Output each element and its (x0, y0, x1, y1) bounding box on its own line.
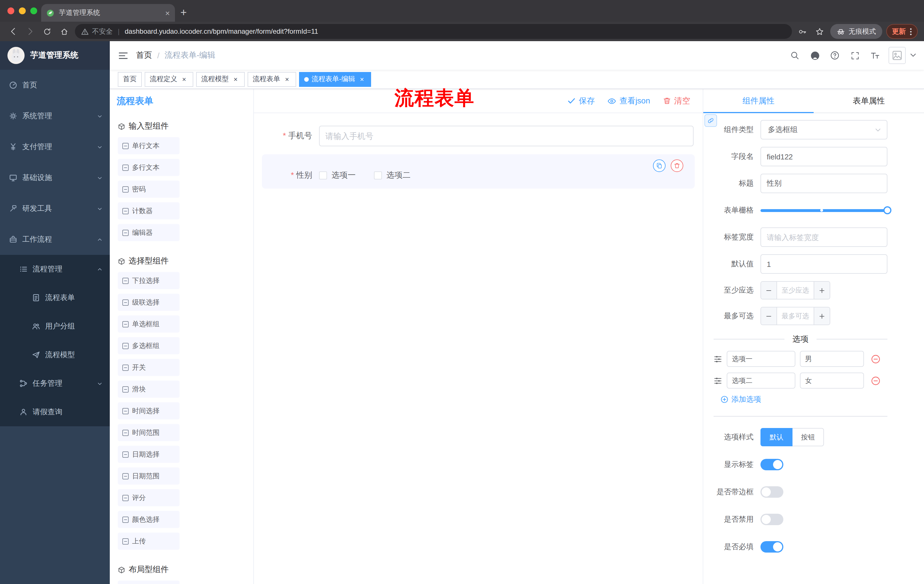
sidebar-item-process-management[interactable]: 流程管理 (0, 255, 110, 283)
view-json-button[interactable]: 查看json (607, 96, 650, 106)
close-icon[interactable]: × (180, 75, 188, 83)
password-key-icon[interactable] (796, 25, 809, 38)
clear-button[interactable]: 清空 (663, 96, 690, 106)
component-checkbox-group[interactable]: 多选框组 (118, 337, 180, 354)
font-size-icon[interactable] (866, 47, 883, 64)
close-tab-icon[interactable]: × (165, 9, 170, 17)
tag-process-form-edit[interactable]: 流程表单-编辑 × (299, 72, 371, 87)
checkbox-option-2[interactable]: 选项二 (374, 170, 411, 181)
caret-down-icon[interactable] (910, 53, 916, 58)
component-color-picker[interactable]: 颜色选择 (118, 511, 180, 528)
disabled-switch[interactable] (761, 514, 783, 525)
component-editor[interactable]: 编辑器 (118, 224, 180, 241)
component-date-range[interactable]: 日期范围 (118, 467, 180, 485)
sidebar-item-process-form[interactable]: 流程表单 (0, 283, 110, 312)
github-icon[interactable] (806, 47, 823, 64)
reload-button[interactable] (41, 25, 54, 38)
component-select[interactable]: 下拉选择 (118, 272, 180, 289)
add-option-button[interactable]: 添加选项 (721, 394, 888, 405)
option-style-button-button[interactable]: 按钮 (792, 428, 824, 446)
tag-process-definition[interactable]: 流程定义 × (145, 72, 193, 87)
form-grid-slider[interactable] (761, 201, 888, 220)
drag-handle-icon[interactable] (714, 376, 722, 385)
tag-process-model[interactable]: 流程模型 × (196, 72, 245, 87)
sidebar-item-workflow[interactable]: 工作流程 (0, 224, 110, 255)
option-style-default-button[interactable]: 默认 (761, 428, 792, 446)
field-name-input[interactable] (761, 147, 888, 166)
home-button[interactable] (58, 25, 71, 38)
remove-option-button[interactable] (871, 354, 881, 364)
sidebar-item-leave-query[interactable]: 请假查询 (0, 398, 110, 426)
close-window-button[interactable] (7, 7, 14, 14)
max-select-value[interactable]: 最多可选 (777, 308, 813, 324)
default-value-input[interactable] (761, 254, 888, 274)
increase-button[interactable] (813, 308, 830, 324)
fullscreen-icon[interactable] (846, 47, 863, 64)
close-icon[interactable]: × (231, 75, 239, 83)
minimize-window-button[interactable] (19, 7, 26, 14)
component-multi-line-text[interactable]: 多行文本 (118, 159, 180, 176)
component-single-line-text[interactable]: 单行文本 (118, 137, 180, 154)
tag-home[interactable]: 首页 (118, 72, 142, 87)
sidebar-item-user-group[interactable]: 用户分组 (0, 312, 110, 341)
tab-component-props[interactable]: 组件属性 (703, 89, 813, 113)
delete-component-button[interactable] (671, 160, 683, 172)
component-time-range[interactable]: 时间范围 (118, 424, 180, 441)
label-width-input[interactable] (761, 227, 888, 247)
min-select-value[interactable]: 至少应选 (777, 282, 813, 299)
forward-button[interactable] (23, 25, 36, 38)
close-icon[interactable]: × (358, 75, 366, 83)
component-type-select[interactable]: 多选框组 (761, 120, 888, 140)
required-switch[interactable] (761, 541, 783, 553)
back-button[interactable] (6, 25, 20, 38)
component-switch[interactable]: 开关 (118, 359, 180, 376)
option-value-input[interactable] (800, 373, 864, 388)
option-name-input[interactable] (727, 351, 795, 367)
show-label-switch[interactable] (761, 459, 783, 470)
decrease-button[interactable] (761, 308, 777, 324)
breadcrumb-home[interactable]: 首页 (136, 50, 152, 61)
slider-track[interactable] (761, 209, 888, 212)
help-icon[interactable] (826, 47, 843, 64)
search-icon[interactable] (786, 47, 804, 64)
option-value-input[interactable] (800, 351, 864, 367)
slider-handle[interactable] (883, 206, 891, 214)
sidebar-item-task-management[interactable]: 任务管理 (0, 369, 110, 398)
avatar[interactable] (889, 47, 906, 64)
bookmark-star-icon[interactable] (813, 25, 826, 38)
address-bar[interactable]: 不安全 | dashboard.yudao.iocoder.cn/bpm/man… (75, 24, 792, 39)
decrease-button[interactable] (761, 282, 777, 299)
component-upload[interactable]: 上传 (118, 533, 180, 550)
link-badge[interactable] (705, 114, 717, 127)
canvas[interactable]: 手机号 性别 (254, 113, 703, 584)
sidebar-item-payment-management[interactable]: 支付管理 (0, 132, 110, 162)
sidebar-logo[interactable]: 芋道管理系统 (0, 41, 110, 70)
component-counter[interactable]: 计数器 (118, 202, 180, 219)
save-button[interactable]: 保存 (568, 96, 595, 106)
component-radio-group[interactable]: 单选框组 (118, 316, 180, 332)
tab-form-props[interactable]: 表单属性 (813, 89, 924, 113)
component-password[interactable]: 密码 (118, 181, 180, 198)
sidebar-item-dev-tools[interactable]: 研发工具 (0, 193, 110, 224)
sidebar-item-home[interactable]: 首页 (0, 70, 110, 100)
component-row-container[interactable]: 行容器 (118, 581, 180, 584)
option-name-input[interactable] (727, 373, 795, 388)
title-input[interactable] (761, 174, 888, 193)
checkbox-option-1[interactable]: 选项一 (319, 170, 356, 181)
tag-process-form[interactable]: 流程表单 × (248, 72, 296, 87)
chrome-update-button[interactable]: 更新 (886, 24, 918, 39)
browser-tab[interactable]: 芋道管理系统 × (41, 4, 175, 22)
phone-input[interactable] (319, 126, 693, 146)
sidebar-item-process-model[interactable]: 流程模型 (0, 341, 110, 369)
sidebar-item-infrastructure[interactable]: 基础设施 (0, 162, 110, 193)
canvas-field-phone[interactable]: 手机号 (262, 120, 695, 152)
remove-option-button[interactable] (871, 376, 881, 385)
component-slider[interactable]: 滑块 (118, 380, 180, 398)
component-cascader[interactable]: 级联选择 (118, 294, 180, 311)
drag-handle-icon[interactable] (714, 355, 722, 363)
duplicate-component-button[interactable] (653, 160, 665, 172)
component-date-picker[interactable]: 日期选择 (118, 446, 180, 463)
canvas-field-gender-selected[interactable]: 性别 选项一 选项二 (262, 154, 695, 189)
increase-button[interactable] (813, 282, 830, 299)
new-tab-button[interactable]: + (175, 4, 192, 21)
